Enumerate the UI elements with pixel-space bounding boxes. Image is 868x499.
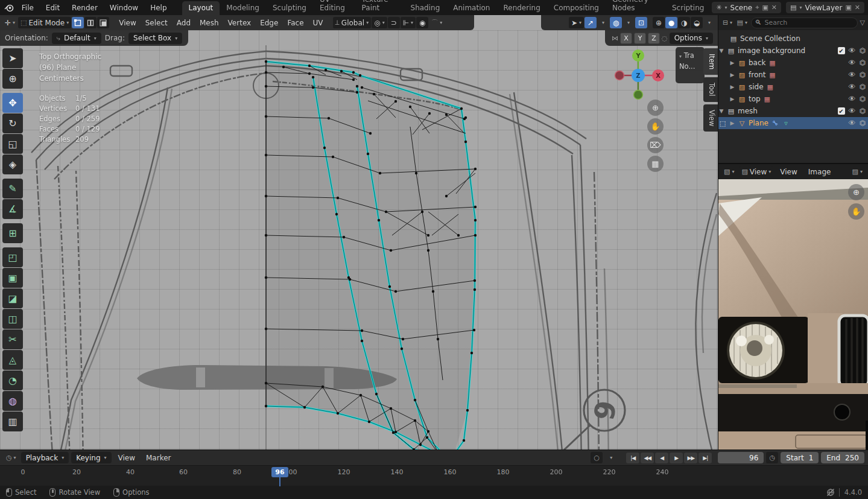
menu-window[interactable]: Window [104, 2, 144, 13]
viewport-3d[interactable]: 6 [0, 15, 718, 450]
timeline-menu-marker[interactable]: Marker [142, 453, 175, 463]
tool-move[interactable]: ✥ [2, 93, 23, 113]
hide-eye-icon[interactable]: 👁 [849, 119, 856, 127]
tab-modeling[interactable]: Modeling [220, 1, 266, 15]
tool-rotate[interactable]: ↻ [2, 113, 23, 133]
auto-keying-button[interactable]: ○ [591, 452, 603, 463]
vp-menu-vertex[interactable]: Vertex [224, 17, 256, 28]
frame-start-field[interactable]: Start1 [781, 452, 819, 463]
expander-icon[interactable]: ▶ [729, 60, 735, 66]
tab-scripting[interactable]: Scripting [665, 1, 711, 15]
tab-texture-paint[interactable]: Texture Paint [355, 0, 404, 15]
hide-eye-icon[interactable]: 👁 [849, 95, 856, 103]
tab-rendering[interactable]: Rendering [496, 1, 546, 15]
tab-geometry-nodes[interactable]: Geometry Nodes [606, 0, 665, 15]
auto-keying-dropdown[interactable]: ▾ [605, 452, 617, 463]
outliner-row-top[interactable]: ▶ ▨ top ▦ 👁⏣ [718, 93, 868, 105]
camera-visibility-icon[interactable]: ⏣ [860, 95, 866, 103]
new-scene-icon[interactable]: ▣ [762, 4, 768, 11]
play-reverse-button[interactable]: ◀ [655, 453, 668, 463]
tool-loop-cut[interactable]: ◫ [2, 309, 23, 329]
zoom-button[interactable]: ⊕ [647, 100, 664, 116]
tool-spin[interactable]: ◔ [2, 370, 23, 390]
transform-orientation-dropdown[interactable]: ⟂Global▾ [333, 17, 372, 28]
vp-menu-view[interactable]: View [115, 17, 140, 28]
unlink-scene-icon[interactable]: ✕ [771, 4, 777, 11]
proportional-falloff-dropdown[interactable]: ⌒▾ [429, 17, 445, 28]
expander-icon[interactable]: ▼ [718, 108, 724, 114]
outliner-row-back[interactable]: ▶ ▨ back ▦ 👁⏣ [718, 57, 868, 69]
sidebar-tab-item[interactable]: Item [703, 48, 718, 75]
tab-shading[interactable]: Shading [404, 1, 447, 15]
timeline-editor-type-button[interactable]: ◷▾ [4, 452, 19, 463]
tool-inset-faces[interactable]: ▣ [2, 268, 23, 288]
outliner-row-mesh[interactable]: ▼ ▤ mesh ✔👁⏣ [718, 105, 868, 117]
current-frame-field[interactable]: 96 [718, 452, 764, 463]
camera-visibility-icon[interactable]: ⏣ [860, 83, 866, 91]
outliner-row-plane[interactable]: ⬚ ▶ ▽ Plane 🔧︎ ▿ 👁⏣ [718, 117, 868, 129]
playhead-line[interactable] [279, 477, 280, 486]
expander-icon[interactable]: ▶ [729, 96, 735, 102]
drag-dropdown[interactable]: Select Box▾ [128, 33, 182, 44]
sidebar-tab-tool[interactable]: Tool [703, 77, 718, 101]
hide-eye-icon[interactable]: 👁 [849, 46, 856, 55]
outliner-display-mode-button[interactable]: ▤▾ [736, 17, 749, 28]
vertex-select-mode-button[interactable] [72, 17, 84, 28]
overlays-dropdown[interactable]: ▾ [622, 17, 635, 28]
expander-icon[interactable]: ▶ [729, 84, 735, 90]
tool-scale[interactable]: ◱ [2, 134, 23, 154]
vp-menu-face[interactable]: Face [283, 17, 308, 28]
tool-transform[interactable]: ◈ [2, 154, 23, 174]
show-gizmo-button[interactable]: ↗ [584, 17, 597, 28]
vp-menu-uv[interactable]: UV [309, 17, 328, 28]
tool-bevel[interactable]: ◪ [2, 288, 23, 308]
tool-extrude-region[interactable]: ◰ [2, 247, 23, 267]
shading-material-button[interactable]: ◑ [678, 17, 690, 28]
remove-viewlayer-icon[interactable]: ✕ [855, 4, 860, 11]
face-select-mode-button[interactable] [97, 17, 109, 28]
sidebar-tab-view[interactable]: View [703, 104, 718, 132]
editor-type-button[interactable]: ✛▾ [2, 17, 17, 28]
outliner-row-image-background[interactable]: ▼ ▤ image background ✔👁⏣ [718, 45, 868, 57]
mirror-icon[interactable]: ⋈ [612, 34, 618, 42]
gizmo-neg-y-axis[interactable] [634, 91, 643, 100]
camera-visibility-icon[interactable]: ⏣ [860, 71, 866, 79]
menu-edit[interactable]: Edit [40, 2, 65, 13]
snap-toggle-icon[interactable]: ⊃ [388, 17, 400, 28]
hide-eye-icon[interactable]: 👁 [849, 83, 856, 91]
tool-measure[interactable]: ∡ [2, 199, 23, 219]
tool-tweak-select[interactable]: ➤ [2, 48, 23, 68]
tool-poly-build[interactable]: ◬ [2, 350, 23, 370]
tool-cursor[interactable]: ⊕ [2, 69, 23, 89]
hide-eye-icon[interactable]: 👁 [849, 59, 856, 67]
mode-selector[interactable]: ⬚Edit Mode▾ [18, 17, 71, 28]
camera-visibility-icon[interactable]: ⏣ [860, 46, 866, 55]
zoom-button[interactable]: ⊕ [848, 184, 864, 200]
image-menu-image[interactable]: Image [804, 167, 835, 177]
browse-image-icon[interactable]: ▨▾ [850, 166, 865, 177]
tool-smooth[interactable]: ◍ [2, 391, 23, 411]
new-viewlayer-icon[interactable]: ▣ [845, 4, 851, 11]
pan-hand-button[interactable]: ✋ [647, 118, 664, 135]
pan-hand-button[interactable]: ✋ [848, 203, 864, 220]
outliner-editor-type-button[interactable]: ⊟▾ [721, 17, 733, 28]
expander-icon[interactable]: ▶ [729, 120, 735, 126]
vp-menu-add[interactable]: Add [173, 17, 195, 28]
vp-menu-mesh[interactable]: Mesh [195, 17, 223, 28]
shading-solid-button[interactable]: ● [665, 17, 677, 28]
proportional-editing-icon[interactable]: ◉ [416, 17, 428, 28]
use-preview-range-icon[interactable]: ◷ [766, 452, 778, 463]
pivot-point-dropdown[interactable]: ◎▾ [372, 17, 387, 28]
gizmo-neg-x-axis[interactable] [615, 71, 624, 80]
toggle-perspective-button[interactable]: ▦ [647, 156, 664, 172]
hide-eye-icon[interactable]: 👁 [849, 107, 856, 115]
camera-view-button[interactable]: ⌦ [647, 137, 664, 153]
playhead-badge[interactable]: 96 [271, 467, 288, 477]
menu-file[interactable]: File [16, 2, 39, 13]
show-overlays-button[interactable]: ◍ [610, 17, 622, 28]
snap-settings-dropdown[interactable]: ⊩▾ [401, 17, 416, 28]
tab-animation[interactable]: Animation [446, 1, 496, 15]
image-editor-type-button[interactable]: ▧▾ [721, 166, 737, 177]
selectability-dropdown[interactable]: ➤▾ [569, 17, 584, 28]
tool-add-cube[interactable]: ⊞ [2, 223, 23, 243]
